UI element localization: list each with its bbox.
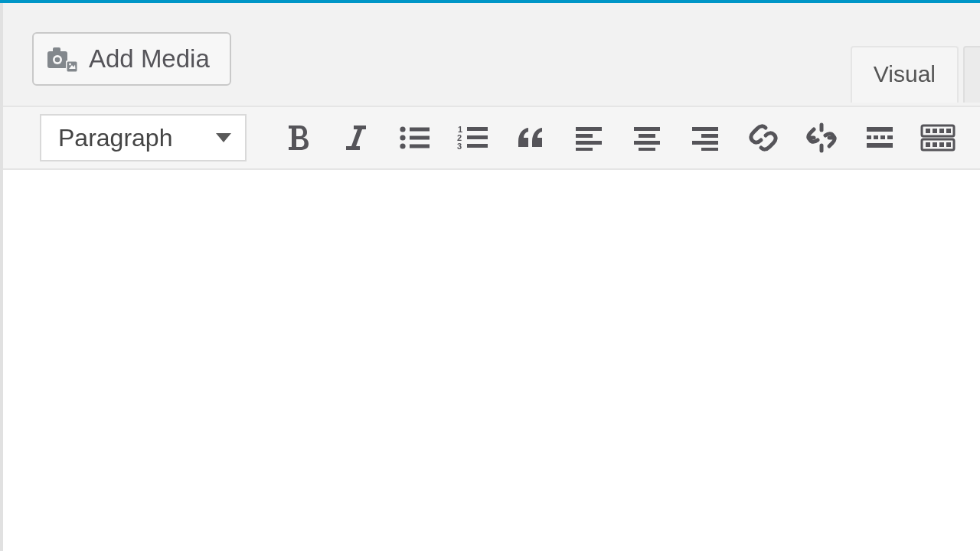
- svg-rect-40: [867, 143, 893, 148]
- svg-rect-39: [887, 135, 893, 139]
- tab-visual-label: Visual: [874, 61, 936, 87]
- svg-rect-44: [939, 129, 944, 133]
- svg-rect-28: [701, 134, 718, 138]
- link-icon: [748, 122, 779, 153]
- bold-icon: [285, 123, 311, 152]
- svg-rect-27: [692, 127, 718, 131]
- align-left-icon: [573, 125, 604, 151]
- italic-icon: [345, 123, 368, 152]
- format-dropdown-label: Paragraph: [58, 124, 172, 152]
- svg-rect-50: [946, 142, 951, 147]
- svg-rect-49: [939, 142, 944, 147]
- align-right-icon: [690, 125, 720, 151]
- svg-rect-17: [467, 135, 488, 139]
- svg-rect-42: [926, 129, 930, 133]
- svg-rect-38: [880, 135, 885, 139]
- svg-rect-10: [410, 128, 430, 132]
- insert-link-button[interactable]: [738, 115, 789, 161]
- svg-rect-36: [867, 135, 871, 139]
- kitchen-sink-icon: [920, 124, 956, 152]
- svg-rect-29: [692, 141, 718, 145]
- blockquote-icon: [515, 125, 546, 151]
- italic-button[interactable]: [331, 115, 381, 161]
- svg-point-6: [69, 64, 71, 66]
- bulleted-list-button[interactable]: [389, 115, 439, 161]
- editor-toolbar: Paragraph: [3, 106, 980, 551]
- align-left-button[interactable]: [564, 115, 614, 161]
- svg-point-8: [400, 135, 405, 140]
- blockquote-button[interactable]: [505, 115, 556, 161]
- add-media-label: Add Media: [89, 44, 210, 73]
- unlink-icon: [805, 122, 838, 154]
- toolbar-toggle-button[interactable]: [913, 115, 963, 161]
- numbered-list-icon: 1 2 3: [456, 124, 488, 152]
- svg-rect-45: [946, 129, 951, 133]
- svg-rect-19: [576, 127, 602, 131]
- read-more-icon: [864, 125, 895, 151]
- svg-rect-18: [467, 144, 488, 148]
- svg-rect-22: [576, 148, 593, 151]
- svg-rect-20: [576, 134, 593, 138]
- svg-text:3: 3: [457, 142, 462, 151]
- format-dropdown[interactable]: Paragraph: [40, 114, 247, 161]
- camera-icon: [47, 45, 78, 73]
- svg-rect-21: [576, 141, 602, 145]
- editor-tabs: Visual: [851, 46, 980, 103]
- svg-rect-23: [634, 127, 660, 131]
- align-center-icon: [632, 125, 662, 151]
- svg-rect-37: [874, 135, 878, 139]
- svg-rect-26: [639, 148, 655, 151]
- insert-more-button[interactable]: [854, 115, 905, 161]
- svg-point-7: [400, 126, 405, 132]
- editor-shell: Add Media Visual Paragraph: [0, 3, 980, 551]
- tab-text-partial[interactable]: [963, 46, 980, 103]
- svg-rect-12: [410, 145, 430, 148]
- svg-rect-35: [867, 127, 893, 132]
- remove-link-button[interactable]: [796, 115, 847, 161]
- svg-rect-48: [933, 142, 937, 147]
- media-row: Add Media: [3, 3, 980, 106]
- bulleted-list-icon: [398, 124, 430, 152]
- svg-point-9: [400, 143, 405, 148]
- bold-button[interactable]: [273, 115, 323, 161]
- svg-rect-16: [467, 127, 488, 131]
- svg-rect-24: [639, 134, 655, 138]
- svg-point-3: [55, 57, 60, 63]
- tab-visual[interactable]: Visual: [851, 46, 959, 103]
- svg-rect-25: [634, 141, 660, 145]
- toolbar-row-1: Paragraph: [3, 107, 980, 170]
- align-center-button[interactable]: [622, 115, 672, 161]
- chevron-down-icon: [216, 133, 231, 142]
- svg-rect-30: [701, 148, 718, 151]
- svg-rect-1: [53, 47, 60, 53]
- numbered-list-button[interactable]: 1 2 3: [447, 115, 498, 161]
- svg-rect-47: [926, 142, 930, 147]
- editor-content-area[interactable]: [3, 170, 980, 551]
- svg-rect-43: [933, 129, 937, 133]
- svg-rect-11: [410, 136, 430, 140]
- add-media-button[interactable]: Add Media: [32, 32, 231, 86]
- align-right-button[interactable]: [680, 115, 730, 161]
